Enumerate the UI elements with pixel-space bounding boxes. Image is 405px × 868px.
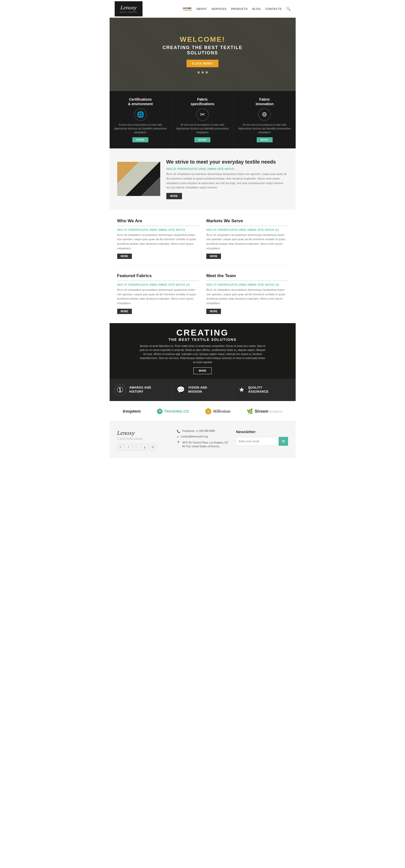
feature-desc-3: At vero eos et accusamus et iusto odio d… (238, 123, 291, 134)
social-pinterest[interactable]: ♡ (134, 444, 140, 450)
hero-dot-1[interactable] (197, 71, 200, 73)
section-title-2: Markets We Serve (206, 218, 288, 226)
header: Lenoxy textile industry HOME ABOUT SERVI… (110, 0, 296, 18)
section-more-3[interactable]: MORE (117, 309, 132, 314)
hero-section: WELCOME! CREATING THE BEST TEXTILE SOLUT… (110, 18, 296, 91)
logo-subtext: textile industry (120, 11, 137, 13)
content-sections: Who We Are SED UT PERSPICIATIS UNDE OMNI… (110, 209, 296, 323)
feature-icon-wrap-2: ✂ (196, 108, 209, 121)
section-team: Meet the Team SED UT PERSPICIATIS UNDE O… (206, 273, 288, 314)
nav-services[interactable]: SERVICES (211, 7, 226, 10)
section-title-3: Featured Fabrics (117, 273, 199, 281)
section-para-3: Ärror sit voluptatem accusantium dolorem… (117, 288, 199, 305)
partner-troopmen: troopmen (123, 409, 141, 414)
phone-icon: 📞 (177, 430, 180, 433)
footer-social: 𝕏 f ♡ g ◎ (117, 444, 169, 450)
footer-newsletter: Newsletter: ✉ (236, 430, 288, 450)
section-title-1: Who We Are (117, 218, 199, 226)
bottom-feature-label-2: VISION ANDMISSION (188, 386, 207, 394)
feature-desc-1: At vero eos et accusamus et iusto odio d… (114, 123, 167, 134)
feature-item-1: Certifications& environment 🌐 At vero eo… (110, 91, 172, 148)
footer-copy: © 2019 Textile Industry (117, 437, 169, 440)
nav-blog[interactable]: BLOG (252, 7, 261, 10)
banner-title: CREATING (139, 328, 266, 338)
about-para: Ärror sit voluptatem accusantium dolorem… (166, 172, 288, 190)
footer-newsletter-label: Newsletter: (236, 430, 288, 434)
nav-products[interactable]: PRODUCTS (231, 7, 248, 10)
nav-about[interactable]: ABOUT (196, 7, 207, 10)
section-label-4: SED UT PERSPICIATIS UNDE OMNIS ISTE NATU… (206, 283, 288, 286)
banner-para: Aenean sit amet bibendum ex. Proin matti… (139, 344, 266, 364)
bottom-features: ① AWARDS ANDHISTORY 💬 VISION ANDMISSION … (110, 379, 296, 401)
footer-contact-email: ✉ contact@lennoxyink.org (177, 435, 229, 439)
section-more-2[interactable]: MORE (206, 254, 221, 259)
about-content: We strive to meet your everyday textile … (166, 158, 288, 199)
section-more-4[interactable]: MORE (206, 309, 221, 314)
newsletter-email-input[interactable] (236, 437, 279, 446)
banner-content: CREATING THE BEST TEXTILE SOLUTIONS Aene… (119, 328, 286, 374)
newsletter-submit-button[interactable]: ✉ (279, 437, 288, 446)
about-image (117, 162, 160, 196)
hero-dot-3[interactable] (206, 71, 208, 73)
main-nav: HOME ABOUT SERVICES PRODUCTS BLOG CONTAC… (183, 7, 291, 11)
logo-text: Lenoxy (120, 4, 137, 11)
social-google[interactable]: g (142, 444, 148, 450)
hero-dots (163, 71, 242, 73)
about-more-button[interactable]: MORE (166, 193, 182, 199)
about-label: SED UT PERSPICIATIS UNDE OMNIS ISTE NATU… (166, 167, 288, 170)
hero-subtitle1: CREATING THE BEST TEXTILE (163, 45, 242, 50)
scissors-icon: ✂ (200, 111, 205, 118)
vision-icon: 💬 (177, 386, 185, 394)
divider (117, 266, 288, 266)
partner-millenium: ⊙ Millenium (205, 408, 230, 414)
stream-icon: 🌿 (247, 408, 253, 414)
footer-email-text: contact@lennoxyink.org (181, 435, 208, 438)
nav-contacts[interactable]: CONTACTS (265, 7, 282, 10)
partners-section: troopmen ✕ TRAIDING.CO ⊙ Millenium 🌿 Str… (110, 401, 296, 422)
footer-contact-phone: 📞 Freephone: +1 800 888 8880 (177, 430, 229, 433)
banner-section: CREATING THE BEST TEXTILE SOLUTIONS Aene… (110, 323, 296, 379)
bottom-feature-2: 💬 VISION ANDMISSION (172, 379, 234, 401)
hero-cta-button[interactable]: CLICK HERE! (186, 60, 219, 67)
section-fabrics: Featured Fabrics SED UT PERSPICIATIS UND… (117, 273, 199, 314)
feature-more-1[interactable]: MORE (133, 137, 148, 142)
bottom-feature-label-1: AWARDS ANDHISTORY (129, 386, 151, 394)
hero-subtitle2: SOLUTIONS (163, 50, 242, 56)
address-icon: 📍 (177, 441, 180, 444)
sections-row-1: Who We Are SED UT PERSPICIATIS UNDE OMNI… (117, 218, 288, 259)
section-label-1: SED UT PERSPICIATIS UNDE OMNIS ISTE NATU… (117, 228, 199, 231)
banner-more-button[interactable]: MORE (193, 367, 212, 374)
footer-newsletter-form: ✉ (236, 437, 288, 446)
section-more-1[interactable]: MORE (117, 254, 132, 259)
nav-home[interactable]: HOME (183, 7, 192, 11)
banner-subtitle: THE BEST TEXTILE SOLUTIONS (139, 338, 266, 342)
about-section: We strive to meet your everyday textile … (110, 148, 296, 209)
section-who-we-are: Who We Are SED UT PERSPICIATIS UNDE OMNI… (117, 218, 199, 259)
features-bar: Certifications& environment 🌐 At vero eo… (110, 91, 296, 148)
footer-logo: Lenoxy (117, 430, 169, 436)
footer: Lenoxy © 2019 Textile Industry 𝕏 f ♡ g ◎… (110, 422, 296, 458)
footer-brand: Lenoxy © 2019 Textile Industry 𝕏 f ♡ g ◎ (117, 430, 169, 450)
millenium-label: Millenium (213, 409, 230, 414)
bottom-feature-1: ① AWARDS ANDHISTORY (110, 379, 172, 401)
feature-title-1: Certifications& environment (114, 97, 167, 106)
gear-icon: ⚙ (262, 111, 267, 118)
traiding-icon: ✕ (157, 409, 163, 414)
section-para-2: Ärror sit voluptatem accusantium dolorem… (206, 233, 288, 251)
social-twitter[interactable]: 𝕏 (117, 444, 124, 450)
email-icon: ✉ (177, 435, 179, 439)
search-icon[interactable]: 🔍 (286, 7, 291, 11)
feature-title-2: Fabricspecifications (176, 97, 229, 106)
hero-dot-2[interactable] (201, 71, 204, 73)
feature-icon-wrap-1: 🌐 (134, 108, 147, 121)
feature-icon-wrap-3: ⚙ (258, 108, 271, 121)
bottom-feature-label-3: QUALITYASSURANCE (248, 386, 268, 394)
social-github[interactable]: ◎ (150, 444, 156, 450)
feature-more-3[interactable]: MORE (257, 137, 272, 142)
about-heading: We strive to meet your everyday textile … (166, 158, 288, 165)
social-facebook[interactable]: f (125, 444, 132, 450)
feature-desc-2: At vero eos et accusamus et iusto odio d… (176, 123, 229, 134)
feature-more-2[interactable]: MORE (194, 137, 210, 142)
footer-phone-text: Freephone: +1 800 888 8880 (182, 430, 215, 432)
section-para-4: Ärror sit voluptatem accusantium dolorem… (206, 288, 288, 305)
